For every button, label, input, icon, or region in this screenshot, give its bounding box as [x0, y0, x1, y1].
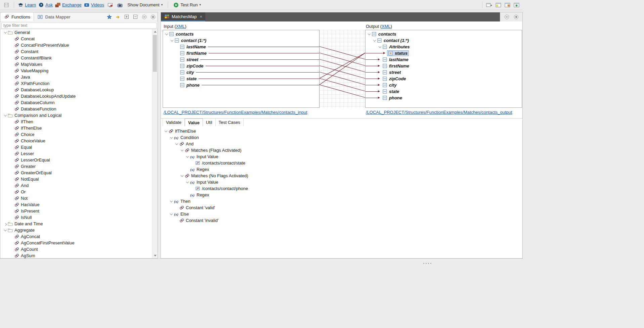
- function-item-constantifblank[interactable]: ConstantIfBlank: [0, 55, 152, 61]
- in-node-street[interactable]: street: [163, 56, 319, 63]
- function-item-lesser[interactable]: Lesser: [0, 150, 152, 157]
- chevron-down-icon[interactable]: [185, 154, 189, 159]
- out-node-status[interactable]: status: [366, 50, 522, 56]
- function-item-concatfirstpresentvalue[interactable]: ConcatFirstPresentValue: [0, 42, 152, 48]
- tab-test-cases[interactable]: Test Cases: [216, 119, 244, 126]
- function-item-notequal[interactable]: NotEqual: [0, 176, 152, 182]
- value-node-input-value[interactable]: (x)Input Value: [161, 153, 522, 160]
- out-node-lastname[interactable]: lastName: [366, 56, 522, 63]
- out-node-contact-1[interactable]: contact (1:*): [366, 37, 522, 44]
- function-item-constant[interactable]: Constant: [0, 48, 152, 55]
- out-node-street[interactable]: street: [366, 69, 522, 76]
- save-button[interactable]: [3, 1, 10, 9]
- close-icon[interactable]: ×: [200, 14, 202, 19]
- chevron-down-icon[interactable]: [372, 38, 377, 43]
- function-item-agsum[interactable]: AgSum: [0, 252, 152, 258]
- maximize-editor-button[interactable]: [512, 13, 520, 21]
- chevron-down-icon[interactable]: [169, 212, 173, 216]
- value-node-input-value[interactable]: (x)Input Value: [161, 179, 522, 185]
- scroll-up-icon[interactable]: [153, 29, 158, 34]
- chevron-down-icon[interactable]: [3, 228, 7, 232]
- function-item-ifthen[interactable]: IfThen: [0, 119, 152, 125]
- chevron-down-icon[interactable]: [3, 113, 7, 118]
- tab-validate[interactable]: Validate: [163, 119, 185, 126]
- function-item-or[interactable]: Or: [0, 189, 152, 195]
- function-item-databasecolumn[interactable]: DatabaseColumn: [0, 99, 152, 106]
- in-node-city[interactable]: city: [163, 69, 319, 76]
- ask-link[interactable]: Ask: [45, 2, 53, 7]
- tab-functions[interactable]: Functions: [0, 12, 34, 21]
- function-item-choice[interactable]: Choice: [0, 131, 152, 138]
- function-item-not[interactable]: Not: [0, 195, 152, 201]
- function-item-greater[interactable]: Greater: [0, 163, 152, 170]
- scroll-down-icon[interactable]: [153, 253, 158, 258]
- collapse-all-button[interactable]: [132, 13, 139, 20]
- value-node-matches-flags-activated[interactable]: Matches (Flags Activated): [161, 147, 522, 153]
- minimize-editor-button[interactable]: [503, 13, 510, 21]
- test-run-menu[interactable]: Test Run ▾: [172, 2, 202, 8]
- chevron-down-icon[interactable]: [180, 148, 184, 152]
- chevron-down-icon[interactable]: [185, 180, 189, 184]
- perspective-button[interactable]: [504, 1, 511, 9]
- value-node-else[interactable]: (x)Else: [161, 211, 522, 217]
- maximize-view-button[interactable]: [149, 13, 157, 20]
- value-node-regex[interactable]: (x)Regex: [161, 166, 522, 173]
- function-item-agconcatfirstpresentvalue[interactable]: AgConcatFirstPresentValue: [0, 240, 152, 246]
- chevron-down-icon[interactable]: [164, 129, 168, 133]
- scrollbar-thumb[interactable]: [153, 35, 157, 72]
- value-node-contacts-contact-phone[interactable]: /contacts/contact/phone: [161, 185, 522, 192]
- tree-folder-date-and-time[interactable]: Date and Time: [0, 221, 152, 227]
- function-item-and[interactable]: And: [0, 182, 152, 189]
- function-item-agconcat[interactable]: AgConcat: [0, 233, 152, 240]
- function-item-databasefunction[interactable]: DatabaseFunction: [0, 106, 152, 112]
- show-document-menu[interactable]: Show Document ▾: [126, 2, 164, 8]
- function-item-concat[interactable]: Concat: [0, 36, 152, 42]
- function-item-choicevalue[interactable]: ChoiceValue: [0, 138, 152, 144]
- learn-link[interactable]: Learn: [25, 2, 36, 7]
- out-node-zipcode[interactable]: zipCode: [366, 76, 522, 82]
- value-node-and[interactable]: And: [161, 141, 522, 147]
- in-node-lastname[interactable]: lastName: [163, 44, 319, 50]
- function-item-hasvalue[interactable]: HasValue: [0, 201, 152, 208]
- in-node-contact-1[interactable]: contact (1:*): [163, 37, 319, 44]
- function-item-greaterorequal[interactable]: GreaterOrEqual: [0, 170, 152, 176]
- value-node-ifthenelse[interactable]: IfThenElse: [161, 128, 522, 134]
- function-item-equal[interactable]: Equal: [0, 144, 152, 150]
- function-item-databaselookupandupdate[interactable]: DatabaseLookupAndUpdate: [0, 93, 152, 99]
- chevron-down-icon[interactable]: [169, 135, 173, 140]
- output-structure-link[interactable]: /LOCAL_PROJECT/Structures/FunctionExampl…: [366, 110, 512, 115]
- in-node-firstname[interactable]: firstName: [163, 50, 319, 56]
- perspective-button[interactable]: [495, 1, 502, 9]
- input-xml-link[interactable]: XML: [176, 24, 185, 29]
- function-item-isnull[interactable]: IsNull: [0, 214, 152, 221]
- tab-matchesmap[interactable]: MatchesMap ×: [161, 12, 205, 21]
- chevron-down-icon[interactable]: [180, 174, 184, 178]
- vertical-scrollbar[interactable]: [152, 29, 158, 258]
- out-node-state[interactable]: state: [366, 88, 522, 95]
- chevron-right-icon[interactable]: [3, 222, 7, 226]
- filter-input[interactable]: [1, 22, 157, 29]
- screencast-button[interactable]: [106, 1, 114, 9]
- out-node-phone[interactable]: phone: [366, 95, 522, 101]
- function-item-valuemapping[interactable]: ValueMapping: [0, 67, 152, 74]
- mapping-canvas[interactable]: [319, 30, 365, 108]
- videos-link[interactable]: Videos: [91, 2, 104, 7]
- tree-folder-general[interactable]: General: [0, 29, 152, 36]
- in-node-zipcode[interactable]: zipCode: [163, 63, 319, 69]
- tab-value[interactable]: Value: [185, 119, 203, 126]
- value-node-constant-invalid[interactable]: Constant 'invalid': [161, 217, 522, 224]
- function-item-ifthenelse[interactable]: IfThenElse: [0, 125, 152, 131]
- in-node-contacts[interactable]: contacts: [163, 31, 319, 37]
- value-node-condition[interactable]: (x)Condition: [161, 134, 522, 141]
- chevron-down-icon[interactable]: [170, 38, 174, 43]
- chevron-down-icon[interactable]: [378, 45, 382, 49]
- in-node-state[interactable]: state: [163, 76, 319, 82]
- value-node-then[interactable]: (x)Then: [161, 198, 522, 204]
- chevron-down-icon[interactable]: [169, 199, 173, 203]
- camera-button[interactable]: [116, 1, 124, 9]
- value-node-contacts-contact-state[interactable]: /contacts/contact/state: [161, 160, 522, 166]
- tree-folder-aggregate[interactable]: Aggregate: [0, 227, 152, 233]
- open-perspective-button[interactable]: [485, 1, 493, 9]
- chevron-down-icon[interactable]: [3, 30, 7, 35]
- function-item-ispresent[interactable]: IsPresent: [0, 208, 152, 214]
